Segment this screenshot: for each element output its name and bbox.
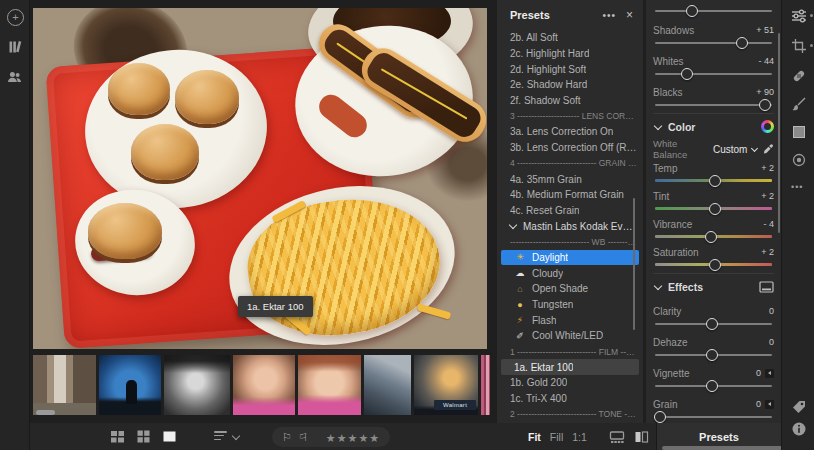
- preset-item[interactable]: 4c. Reset Grain: [497, 203, 643, 219]
- burger: [108, 63, 170, 115]
- preset-item[interactable]: ☁Cloudy: [497, 265, 643, 281]
- preset-item[interactable]: 4b. Medium Format Grain: [497, 187, 643, 203]
- color-section-header[interactable]: Color: [653, 114, 774, 139]
- star-4-icon[interactable]: ★: [358, 432, 369, 444]
- filmstrip-thumbnail-storm-sky[interactable]: [364, 355, 411, 415]
- slider-track[interactable]: [655, 104, 772, 106]
- preset-item[interactable]: 1a. Ektar 100: [501, 359, 639, 375]
- vibrance-slider-knob[interactable]: [705, 231, 717, 243]
- brush-tool-icon[interactable]: [791, 96, 807, 112]
- edit-panel-scrollbar[interactable]: [778, 33, 780, 233]
- filmstrip-thumbnail-girl-portrait-pink-1[interactable]: [233, 355, 295, 415]
- saturation-slider-knob[interactable]: [709, 259, 721, 271]
- keywords-tag-icon[interactable]: [791, 399, 807, 415]
- zoom-fill-button[interactable]: Fill: [550, 431, 563, 443]
- slider-slider-knob[interactable]: [686, 5, 698, 17]
- slider-track[interactable]: [655, 179, 772, 182]
- whites-slider-knob[interactable]: [681, 68, 693, 80]
- preset-item[interactable]: 2e. Shadow Hard: [497, 77, 643, 93]
- detail-view-icon[interactable]: [162, 429, 177, 444]
- white-balance-dropdown[interactable]: Custom: [713, 144, 757, 155]
- linear-gradient-tool-icon[interactable]: [791, 124, 807, 140]
- zoom-1-1-button[interactable]: 1:1: [572, 431, 587, 443]
- preset-item[interactable]: 1c. Tri-X 400: [497, 391, 643, 407]
- preset-item[interactable]: 3b. Lens Correction Off (Reset): [497, 140, 643, 156]
- close-icon[interactable]: ×: [626, 8, 633, 22]
- filmstrip-thumbnail-girl-portrait-bw[interactable]: [164, 355, 230, 415]
- presets-menu-icon[interactable]: •••: [602, 10, 616, 21]
- preset-label: 2d. Highlight Soft: [510, 64, 586, 75]
- info-icon[interactable]: [791, 421, 807, 437]
- preset-item[interactable]: 2c. Highlight Hard: [497, 46, 643, 62]
- slider-value: + 90: [756, 87, 774, 97]
- filmstrip-thumbnail-girl-portrait-pink-2[interactable]: [298, 355, 361, 415]
- preset-item[interactable]: ⌂Open Shade: [497, 281, 643, 297]
- healing-brush-tool-icon[interactable]: [791, 68, 807, 84]
- color-wheel-icon[interactable]: [761, 120, 774, 133]
- star-2-icon[interactable]: ★: [337, 432, 348, 444]
- expand-options-icon[interactable]: [765, 400, 774, 409]
- preset-item[interactable]: 2d. Highlight Soft: [497, 61, 643, 77]
- preset-item[interactable]: 2f. Shadow Soft: [497, 93, 643, 109]
- preset-item[interactable]: ✐Cool White/LED: [497, 328, 643, 344]
- filmstrip-thumbnail-planetarium-blue[interactable]: [99, 355, 161, 415]
- preset-item[interactable]: ☀Daylight: [501, 250, 639, 266]
- edit-sliders-tool-icon[interactable]: [791, 8, 807, 24]
- zoom-fit-button[interactable]: Fit: [528, 431, 541, 443]
- preset-separator: 4 ---------------------------- GRAIN ---…: [497, 156, 643, 172]
- reject-flag-icon[interactable]: ⚐: [298, 432, 308, 443]
- filmstrip-scrollbar[interactable]: [36, 410, 55, 415]
- preset-item[interactable]: 3a. Lens Correction On: [497, 124, 643, 140]
- dehaze-slider-knob[interactable]: [706, 349, 718, 361]
- slider-track[interactable]: [655, 207, 772, 210]
- slider-track[interactable]: [655, 10, 772, 12]
- slider-track[interactable]: [655, 385, 772, 387]
- clarity-slider-knob[interactable]: [706, 318, 718, 330]
- blacks-slider-knob[interactable]: [759, 99, 771, 111]
- preset-item[interactable]: 2b. All Soft: [497, 30, 643, 46]
- star-1-icon[interactable]: ★: [326, 432, 337, 444]
- slider-value: - 4: [763, 219, 774, 229]
- slider-track[interactable]: [655, 323, 772, 325]
- my-photos-library-icon[interactable]: [7, 39, 22, 54]
- effects-section-header[interactable]: Effects: [653, 274, 774, 299]
- sort-icon[interactable]: [214, 431, 227, 442]
- main-photo[interactable]: 1a. Ektar 100: [33, 8, 487, 349]
- radial-gradient-tool-icon[interactable]: [791, 152, 807, 168]
- people-icon[interactable]: [7, 69, 22, 84]
- pick-flag-icon[interactable]: ⚐: [282, 432, 292, 443]
- preset-item[interactable]: 1b. Gold 200: [497, 375, 643, 391]
- presets-scrollbar[interactable]: [633, 198, 635, 330]
- slider-track[interactable]: [655, 42, 772, 44]
- slider-track[interactable]: [655, 73, 772, 75]
- slider-track[interactable]: [655, 263, 772, 266]
- eyedropper-icon[interactable]: [763, 143, 774, 155]
- square-grid-view-icon[interactable]: [136, 429, 151, 444]
- slider-label: Temp: [653, 163, 677, 174]
- preset-item[interactable]: ●Tungsten: [497, 297, 643, 313]
- preset-item[interactable]: ⚡Flash: [497, 312, 643, 328]
- preset-item[interactable]: Mastin Labs Kodak Everyday...: [497, 218, 643, 234]
- preset-item[interactable]: 4a. 35mm Grain: [497, 171, 643, 187]
- slider-track[interactable]: [655, 354, 772, 356]
- star-5-icon[interactable]: ★: [369, 432, 380, 444]
- expand-options-icon[interactable]: [765, 369, 774, 378]
- more-tools-icon[interactable]: •••: [791, 182, 803, 192]
- photo-grid-view-icon[interactable]: [110, 429, 125, 444]
- tint-slider-knob[interactable]: [709, 203, 721, 215]
- slider-track[interactable]: [655, 235, 772, 238]
- filmstrip-toggle-icon[interactable]: [609, 430, 625, 444]
- filmstrip-thumbnail-partial-stripes[interactable]: [481, 355, 490, 415]
- grain-slider-knob[interactable]: [654, 411, 666, 423]
- vignette-slider-knob[interactable]: [706, 380, 718, 392]
- temp-slider-knob[interactable]: [709, 175, 721, 187]
- star-3-icon[interactable]: ★: [348, 432, 359, 444]
- add-photos-icon[interactable]: +: [7, 9, 24, 26]
- shadows-slider-knob[interactable]: [736, 37, 748, 49]
- before-after-icon[interactable]: [634, 430, 649, 444]
- filmstrip-thumbnail-walmart-sunset[interactable]: Walmart: [414, 355, 478, 415]
- vignette-frame-icon[interactable]: [759, 281, 774, 293]
- crop-tool-icon[interactable]: [791, 38, 807, 54]
- slider-track[interactable]: [655, 416, 772, 418]
- filmstrip-thumbnail-city-street[interactable]: [33, 355, 96, 415]
